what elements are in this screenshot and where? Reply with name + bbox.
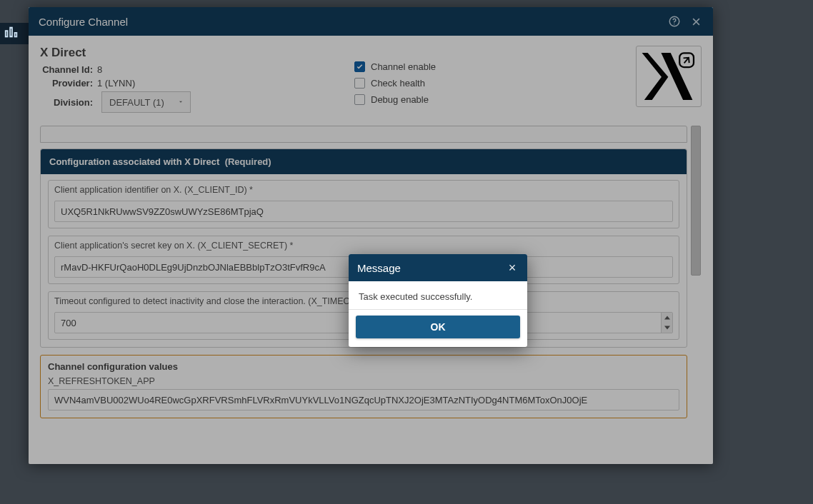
chart-icon bbox=[0, 24, 19, 43]
svg-rect-0 bbox=[6, 31, 8, 36]
svg-rect-1 bbox=[10, 28, 12, 37]
close-icon[interactable]: × bbox=[506, 261, 519, 274]
configure-channel-panel: Configure Channel X Direct Channel Id:8 … bbox=[29, 7, 713, 464]
modal-title: Message bbox=[357, 262, 506, 274]
modal-body-text: Task executed successfully. bbox=[349, 281, 527, 309]
message-modal: Message × Task executed successfully. OK bbox=[349, 254, 527, 347]
svg-rect-2 bbox=[15, 33, 17, 36]
modal-overlay bbox=[29, 7, 713, 464]
modal-footer: OK bbox=[349, 309, 527, 347]
modal-header: Message × bbox=[349, 254, 527, 281]
background-sidebar-strip bbox=[0, 23, 29, 44]
ok-button[interactable]: OK bbox=[356, 316, 520, 338]
